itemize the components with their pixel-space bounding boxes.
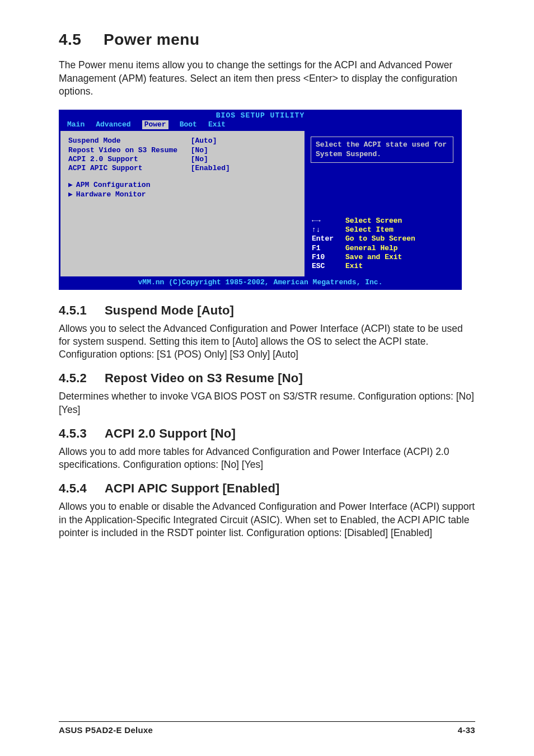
bios-item[interactable]: Repost Video on S3 Resume [No] [68, 146, 235, 155]
bios-item-value: [No] [191, 146, 235, 155]
bios-key-desc: Select Screen [345, 217, 402, 226]
subsection-title: Repost Video on S3 Resume [No] [105, 371, 303, 385]
bios-right-panel: Select the ACPI state used for System Su… [306, 131, 461, 278]
bios-submenu-label: APM Configuration [76, 181, 151, 189]
bios-item[interactable]: Suspend Mode [Auto] [68, 137, 235, 145]
bios-key-row: F10Save and Exit [312, 253, 452, 262]
bios-submenu-item[interactable]: ▶APM Configuration [68, 181, 297, 190]
bios-key-desc: Go to Sub Screen [345, 234, 415, 243]
bios-menu-exit[interactable]: Exit [208, 120, 226, 129]
footer-right: 4-33 [458, 725, 475, 735]
bios-key-name: F10 [312, 253, 345, 262]
bios-key-row: ESCExit [312, 262, 452, 271]
bios-item-label: ACPI 2.0 Support [68, 155, 191, 164]
bios-copyright: vMM.nn (C)Copyright 1985-2002, American … [59, 278, 461, 289]
subsection-number: 4.5.1 [59, 303, 105, 318]
bios-key-legend: ←→Select Screen↑↓Select ItemEnterGo to S… [311, 214, 453, 274]
bios-menu-power[interactable]: Power [142, 120, 168, 129]
bios-item-label: ACPI APIC Support [68, 164, 191, 173]
bios-menu-boot[interactable]: Boot [180, 120, 197, 129]
subsection-body: Allows you to add more tables for Advanc… [59, 445, 475, 472]
subsection-number: 4.5.3 [59, 426, 105, 441]
bios-menu-main[interactable]: Main [67, 120, 85, 129]
page-footer: ASUS P5AD2-E Deluxe 4-33 [59, 721, 475, 735]
bios-help-text: Select the ACPI state used for System Su… [311, 137, 453, 163]
bios-key-name: ←→ [312, 217, 345, 226]
subsection-heading: 4.5.2Repost Video on S3 Resume [No] [59, 371, 475, 386]
bios-key-name: ↑↓ [312, 226, 345, 234]
bios-items-table: Suspend Mode [Auto]Repost Video on S3 Re… [68, 137, 235, 173]
bios-item-label: Suspend Mode [68, 137, 191, 145]
subsection-body: Determines whether to invoke VGA BIOS PO… [59, 390, 475, 416]
bios-screenshot: BIOS SETUP UTILITY MainAdvancedPowerBoot… [59, 110, 462, 290]
bios-key-desc: Exit [345, 262, 363, 271]
bios-item[interactable]: ACPI 2.0 Support [No] [68, 155, 235, 164]
subsection-body: Allows you to select the Advanced Config… [59, 322, 475, 361]
bios-key-name: Enter [312, 234, 345, 243]
footer-left: ASUS P5AD2-E Deluxe [59, 725, 153, 735]
bios-item-label: Repost Video on S3 Resume [68, 146, 191, 155]
subsection-heading: 4.5.4ACPI APIC Support [Enabled] [59, 481, 475, 496]
bios-submenu-item[interactable]: ▶Hardware Monitor [68, 190, 297, 199]
bios-key-row: F1General Help [312, 244, 452, 253]
bios-key-desc: General Help [345, 244, 398, 253]
bios-key-name: F1 [312, 244, 345, 253]
intro-paragraph: The Power menu items allow you to change… [59, 59, 475, 98]
triangle-icon: ▶ [68, 190, 73, 199]
subsection-number: 4.5.2 [59, 371, 105, 386]
bios-key-row: ↑↓Select Item [312, 226, 452, 234]
triangle-icon: ▶ [68, 181, 73, 189]
subsection-title: Suspend Mode [Auto] [105, 303, 234, 317]
bios-item-value: [Auto] [191, 137, 235, 145]
bios-key-row: EnterGo to Sub Screen [312, 234, 452, 243]
page-title: 4.5Power menu [59, 31, 475, 49]
bios-menu: MainAdvancedPowerBootExit [59, 120, 461, 130]
bios-key-row: ←→Select Screen [312, 217, 452, 226]
bios-key-desc: Select Item [345, 226, 394, 234]
subsection-heading: 4.5.1Suspend Mode [Auto] [59, 303, 475, 318]
subsection-title: ACPI APIC Support [Enabled] [105, 481, 280, 495]
subsection-number: 4.5.4 [59, 481, 105, 496]
subsection-heading: 4.5.3ACPI 2.0 Support [No] [59, 426, 475, 441]
bios-submenu-label: Hardware Monitor [76, 190, 146, 199]
bios-item[interactable]: ACPI APIC Support [Enabled] [68, 164, 235, 173]
bios-item-value: [No] [191, 155, 235, 164]
bios-key-name: ESC [312, 262, 345, 271]
section-number: 4.5 [59, 31, 104, 49]
subsection-body: Allows you to enable or disable the Adva… [59, 500, 475, 539]
bios-key-desc: Save and Exit [345, 253, 402, 262]
bios-menu-advanced[interactable]: Advanced [96, 120, 130, 129]
bios-left-panel: Suspend Mode [Auto]Repost Video on S3 Re… [59, 131, 306, 278]
bios-submenus: ▶APM Configuration▶Hardware Monitor [68, 181, 297, 199]
subsection-title: ACPI 2.0 Support [No] [105, 426, 236, 440]
bios-title: BIOS SETUP UTILITY [59, 110, 461, 120]
bios-item-value: [Enabled] [191, 164, 235, 173]
section-title-text: Power menu [104, 31, 199, 48]
